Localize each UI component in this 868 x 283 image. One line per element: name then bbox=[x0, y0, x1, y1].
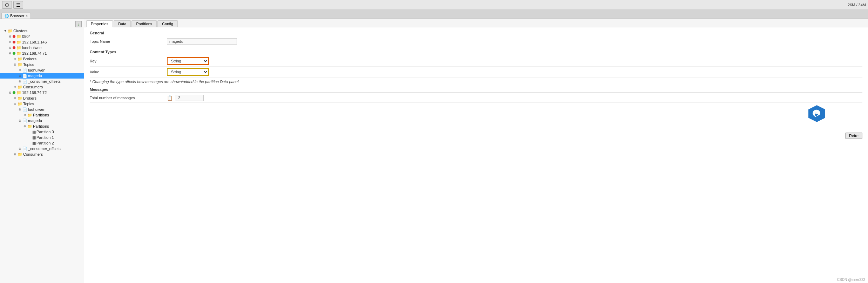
node-label-luoohuiwne: luoohuiwne bbox=[22, 46, 42, 50]
content-tabs: Properties Data Partitions Config bbox=[84, 19, 868, 27]
clipboard-icon[interactable]: 📋 bbox=[167, 95, 173, 101]
tree-node-192168_74_72[interactable]: ⊖ 📁 192.168.74.72 bbox=[0, 90, 84, 95]
node-label-partition1: Partition 1 bbox=[36, 135, 54, 140]
total-messages-label: Total number of messages bbox=[90, 96, 167, 100]
node-label-brokers2: Brokers bbox=[23, 96, 36, 100]
expander-luohuiwen2[interactable]: ⊕ bbox=[18, 107, 22, 112]
tree-node-192168_74_71[interactable]: ⊖ 📁 192.168.74.71 bbox=[0, 50, 84, 56]
general-header: General bbox=[90, 31, 862, 36]
refresh-button[interactable]: Refre bbox=[845, 133, 862, 139]
content-body: General Topic Name Content Types Key Str… bbox=[84, 27, 868, 283]
tree-node-brokers1[interactable]: ⊕ 📁 Brokers bbox=[0, 56, 84, 62]
node-label-luohuiwen1: luohuiwen bbox=[28, 68, 46, 72]
bird-logo bbox=[808, 105, 826, 123]
topic-icon-luohuiwen2: 📄 bbox=[22, 107, 27, 112]
total-messages-input[interactable] bbox=[176, 95, 204, 101]
node-label-clusters: Clusters bbox=[13, 29, 27, 33]
topic-icon-luohuiwen1: 📄 bbox=[22, 68, 27, 73]
value-label: Value bbox=[90, 70, 167, 74]
tree-node-partition1[interactable]: ▦ Partition 1 bbox=[0, 135, 84, 140]
expander-consumer_offsets1[interactable]: ⊕ bbox=[18, 79, 22, 84]
content-area: Properties Data Partitions Config Genera… bbox=[84, 19, 868, 283]
toolbar-btn-2[interactable]: ☰ bbox=[13, 1, 23, 9]
general-section: General Topic Name bbox=[90, 31, 862, 46]
expander-topics1[interactable]: ⊖ bbox=[13, 62, 18, 67]
folder-icon-topics1: 📁 bbox=[18, 62, 22, 67]
node-label-consumers1: Consumers bbox=[23, 85, 43, 89]
expander-consumer_offsets2[interactable]: ⊕ bbox=[18, 146, 22, 151]
node-label-partitions-magedu: Partitions bbox=[33, 124, 49, 128]
tree-node-partitions-magedu[interactable]: ⊖ 📁 Partitions bbox=[0, 123, 84, 129]
tree-node-consumers1[interactable]: ⊕ 📁 Consumers bbox=[0, 84, 84, 90]
expander-0504[interactable]: ⊕ bbox=[8, 34, 13, 39]
content-types-section: Content Types Key String Long Integer Do… bbox=[90, 50, 862, 84]
tree-node-consumers2[interactable]: ⊕ 📁 Consumers bbox=[0, 151, 84, 157]
topic-icon-consumer_offsets2: 📄 bbox=[22, 147, 27, 151]
title-bar: ⬡ ☰ 26M / 34M bbox=[0, 0, 868, 10]
key-type-select[interactable]: String Long Integer Double Float ByteArr… bbox=[167, 57, 209, 65]
expander-192168_74_71[interactable]: ⊖ bbox=[8, 51, 13, 56]
expander-luoohuiwne[interactable]: ⊕ bbox=[8, 45, 13, 50]
tree-node-luohuiwen2[interactable]: ⊕ 📄 luohuiwen bbox=[0, 107, 84, 112]
expander-partitions-luo[interactable]: ⊕ bbox=[22, 113, 27, 117]
topic-name-input[interactable] bbox=[167, 38, 237, 45]
tree-node-consumer_offsets1[interactable]: ⊕ 📄 _consumer_offsets bbox=[0, 79, 84, 84]
status-dot-luoohuiwne bbox=[13, 46, 15, 49]
topic-name-value-container bbox=[167, 38, 862, 45]
total-messages-row: Total number of messages 📋 bbox=[90, 95, 862, 103]
sidebar-header: ↓ bbox=[0, 20, 84, 28]
memory-indicator: 26M / 34M bbox=[848, 3, 866, 7]
tree-node-partitions-luo[interactable]: ⊕ 📁 Partitions bbox=[0, 112, 84, 118]
expander-luohuiwen1[interactable]: ⊕ bbox=[18, 68, 22, 73]
tab-partitions[interactable]: Partitions bbox=[131, 20, 157, 27]
messages-section: Messages Total number of messages 📋 bbox=[90, 87, 862, 103]
browser-tab-label: Browser bbox=[10, 14, 24, 18]
node-label-consumer_offsets1: _consumer_offsets bbox=[28, 79, 61, 83]
expander-192168_74_72[interactable]: ⊖ bbox=[8, 90, 13, 95]
sidebar-expand-button[interactable]: ↓ bbox=[75, 21, 82, 27]
tab-data[interactable]: Data bbox=[114, 20, 131, 27]
status-dot-192168146 bbox=[13, 41, 15, 43]
expander-brokers1[interactable]: ⊕ bbox=[13, 56, 18, 61]
tree-node-topics1[interactable]: ⊖ 📁 Topics bbox=[0, 62, 84, 67]
node-label-partition2: Partition 2 bbox=[36, 141, 54, 145]
tree-node-luoohuiwne[interactable]: ⊕ 📁 luoohuiwne bbox=[0, 45, 84, 50]
expander-topics2[interactable]: ⊖ bbox=[13, 101, 18, 106]
node-label-topics1: Topics bbox=[23, 62, 34, 67]
expander-192168146[interactable]: ⊕ bbox=[8, 40, 13, 45]
expander-brokers2[interactable]: ⊕ bbox=[13, 96, 18, 101]
tree-node-192168146[interactable]: ⊕ 📁 192.168.1.146 bbox=[0, 39, 84, 45]
tab-properties[interactable]: Properties bbox=[86, 20, 113, 27]
status-dot-0504 bbox=[13, 35, 15, 38]
folder-icon-brokers1: 📁 bbox=[18, 57, 22, 61]
content-type-note: * Changing the type affects how messages… bbox=[90, 80, 862, 84]
node-label-192168_74_71: 192.168.74.71 bbox=[22, 51, 47, 55]
tree-node-partition2[interactable]: ▦ Partition 2 bbox=[0, 140, 84, 146]
cluster-icon-192168146: 📁 bbox=[16, 40, 21, 45]
tree-node-luohuiwen1[interactable]: ⊕ 📄 luohuiwen bbox=[0, 67, 84, 73]
tree-node-partition0[interactable]: ▦ Partition 0 bbox=[0, 129, 84, 135]
expander-consumers2[interactable]: ⊕ bbox=[13, 152, 18, 157]
expander-clusters[interactable]: ▼ bbox=[3, 28, 8, 33]
topic-name-row: Topic Name bbox=[90, 38, 862, 46]
tree-node-clusters[interactable]: ▼ 📁 Clusters bbox=[0, 28, 84, 34]
expander-partitions-magedu[interactable]: ⊖ bbox=[22, 124, 27, 129]
tree-node-topics2[interactable]: ⊖ 📁 Topics bbox=[0, 101, 84, 107]
cluster-icon-0504: 📁 bbox=[16, 34, 21, 39]
tree-node-0504[interactable]: ⊕ 📁 0504 bbox=[0, 34, 84, 39]
tree-node-magedu2[interactable]: ⊖ 📄 magedu bbox=[0, 118, 84, 123]
value-type-select[interactable]: String Long Integer Double Float ByteArr… bbox=[167, 68, 209, 76]
toolbar-btn-1[interactable]: ⬡ bbox=[2, 1, 12, 9]
expander-consumers1[interactable]: ⊕ bbox=[13, 85, 18, 89]
tree-node-magedu1[interactable]: ⊕ 📄 magedu bbox=[0, 73, 84, 79]
browser-tab-close[interactable]: × bbox=[26, 14, 28, 18]
tree-node-consumer_offsets2[interactable]: ⊕ 📄 _consumer_offsets bbox=[0, 146, 84, 151]
content-types-header: Content Types bbox=[90, 50, 862, 55]
expander-magedu2[interactable]: ⊖ bbox=[18, 118, 22, 123]
tree-node-brokers2[interactable]: ⊕ 📁 Brokers bbox=[0, 95, 84, 101]
expander-magedu1[interactable]: ⊕ bbox=[18, 73, 22, 78]
key-row: Key String Long Integer Double Float Byt… bbox=[90, 57, 862, 67]
watermark: CSDN @inner222 bbox=[837, 278, 865, 282]
tab-config[interactable]: Config bbox=[157, 20, 178, 27]
browser-tab[interactable]: 🌐 Browser × bbox=[1, 13, 31, 19]
